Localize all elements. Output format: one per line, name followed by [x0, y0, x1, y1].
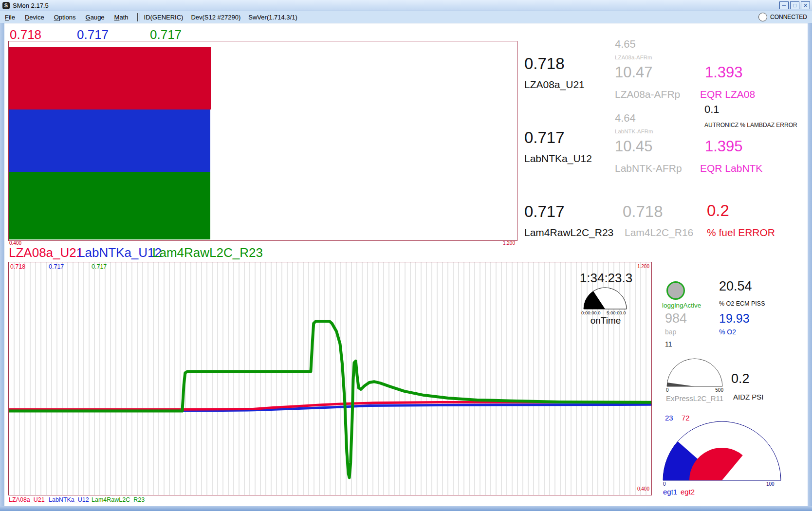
menu-gauge[interactable]: Gauge — [81, 13, 110, 22]
readout-eqr-labntk-label: EQR LabNTK — [700, 163, 762, 174]
readout-lza08a-afrm-value: 4.65 — [615, 38, 636, 51]
readout-lza08a-afrp-value: 10.47 — [615, 64, 653, 81]
readout-labntk-afrp-label: LabNTK-AFRp — [615, 163, 682, 174]
readout-autronicz-error-value: 0.1 — [704, 103, 720, 116]
menu-bar: FileDeviceOptionsGaugeMath ID(GENERIC) D… — [0, 11, 812, 23]
connection-indicator-icon — [758, 13, 767, 21]
bottom-legend-lam4raw: Lam4RawL2C_R23 — [92, 496, 145, 503]
readout-labntk-afrp-value: 10.45 — [615, 138, 653, 155]
o2-value: 19.93 — [719, 311, 750, 326]
menu-device[interactable]: Device — [20, 13, 49, 22]
logging-active-indicator-icon — [666, 281, 685, 300]
close-button[interactable]: ✕ — [801, 1, 810, 9]
aidz-value: 0.2 — [731, 371, 750, 386]
readout-lza08a-afrm-label: LZA08a-AFRm — [615, 55, 652, 60]
readout-lza08a-value: 0.718 — [524, 55, 565, 73]
press-min-label: 0 — [666, 387, 669, 393]
readout-eqr-lza08-value: 1.393 — [705, 64, 743, 81]
readout-labntk-afrm-label: LabNTK-AFRm — [615, 128, 653, 134]
maximize-button[interactable]: □ — [790, 1, 799, 9]
readout-lam4l2c-value: 0.718 — [623, 202, 663, 221]
bar-axis-max: 1.200 — [487, 240, 515, 246]
readout-lam4raw-label: Lam4RawL2C_R23 — [524, 227, 613, 238]
readout-eqr-lza08-label: EQR LZA08 — [700, 89, 755, 100]
menu-items: FileDeviceOptionsGaugeMath — [0, 13, 133, 22]
minimize-button[interactable]: ─ — [779, 1, 789, 9]
egt-min-label: 0 — [663, 481, 666, 487]
chart-current-lam4raw: 0.717 — [92, 263, 107, 270]
window-edge-bottom — [0, 506, 812, 511]
readout-labntka-label: LabNTKa_U12 — [524, 153, 592, 164]
readout-autronicz-error-label: AUTRONICZ % LAMBDAZ ERROR — [704, 122, 797, 128]
bap-label: bap — [665, 328, 676, 336]
readout-lza08a-afrp-label: LZA08a-AFRp — [615, 89, 680, 100]
readout-lza08a-label: LZA08a_U21 — [524, 79, 585, 91]
o2ecm-label: % O2 ECM PISS — [719, 300, 765, 307]
bar-gauge-panel — [8, 41, 517, 241]
menu-options[interactable]: Options — [49, 13, 81, 22]
window-edge-left — [0, 23, 4, 506]
o2ecm-value: 20.54 — [719, 279, 752, 294]
connection-status: CONNECTED — [758, 13, 807, 21]
bar-lam4raw — [9, 172, 210, 239]
o2-label: % O2 — [719, 328, 736, 336]
legend-labntka: LabNTKa_U12 — [78, 245, 162, 260]
aidz-label: AIDZ PSI — [733, 393, 764, 401]
readout-fuel-error-label: % fuel ERROR — [707, 227, 775, 238]
ontime-min-label: 0:00:00.0 — [581, 310, 601, 315]
egt1-label: egt1 — [663, 488, 677, 496]
press-max-label: 500 — [711, 387, 723, 393]
readout-eqr-labntk-value: 1.395 — [705, 138, 743, 155]
logging-active-label: loggingActive — [662, 302, 701, 309]
egt2-label: egt2 — [681, 488, 695, 496]
press-gauge-label: ExPressL2C_R11 — [666, 394, 723, 402]
egt-gauge-icon — [663, 420, 781, 482]
ontime-label: onTime — [583, 315, 628, 326]
legend-lam4raw: Lam4RawL2C_R23 — [152, 245, 263, 260]
egt-max-label: 100 — [766, 481, 775, 487]
bar-value-lza08a: 0.718 — [10, 27, 41, 42]
title-bar: S SMon 2.17.5 ─ □ ✕ — [0, 0, 812, 11]
chart-axis-min: 0.400 — [618, 486, 649, 492]
readout-lam4l2c-label: Lam4L2C_R16 — [625, 227, 693, 238]
menu-separator — [137, 13, 140, 21]
strip-chart-canvas — [9, 262, 651, 495]
bar-labntka — [9, 110, 210, 172]
window-title: SMon 2.17.5 — [13, 2, 49, 9]
readout-labntk-afrm-value: 4.64 — [615, 112, 636, 125]
app-icon: S — [2, 2, 10, 9]
menu-file[interactable]: File — [0, 13, 20, 22]
bar-value-lam4raw: 0.717 — [150, 27, 182, 42]
window-edge-right — [808, 23, 812, 506]
readout-lam4raw-value: 0.717 — [524, 202, 565, 221]
extra-value: 11 — [665, 340, 672, 348]
chart-current-labntka: 0.717 — [49, 263, 64, 270]
bottom-legend-labntka: LabNTKa_U12 — [49, 496, 89, 503]
device-id-label: ID(GENERIC) — [144, 14, 184, 21]
chart-current-lza08a: 0.718 — [10, 263, 25, 270]
bar-lza08a — [9, 47, 211, 110]
readout-labntka-value: 0.717 — [524, 128, 565, 147]
device-label: Dev(S12 #27290) — [191, 14, 240, 21]
chart-axis-max: 1.200 — [618, 264, 649, 269]
strip-chart — [8, 262, 652, 495]
ontime-max-label: 5:00:00.0 — [607, 310, 626, 315]
menu-math[interactable]: Math — [110, 13, 133, 22]
bap-value: 984 — [665, 311, 687, 326]
bar-value-labntka: 0.717 — [77, 27, 109, 42]
readout-fuel-error-value: 0.2 — [707, 201, 729, 220]
express-gauge-icon — [666, 358, 724, 387]
bottom-legend-lza08a: LZA08a_U21 — [9, 496, 45, 503]
ontime-gauge-icon — [583, 287, 628, 310]
legend-lza08a: LZA08a_U21 — [9, 245, 83, 260]
connection-label: CONNECTED — [770, 14, 807, 20]
swver-label: SwVer(1.714.3/1) — [248, 14, 297, 21]
ontime-value: 1:34:23.3 — [574, 271, 638, 286]
app-window: S SMon 2.17.5 ─ □ ✕ FileDeviceOptionsGau… — [0, 0, 812, 511]
